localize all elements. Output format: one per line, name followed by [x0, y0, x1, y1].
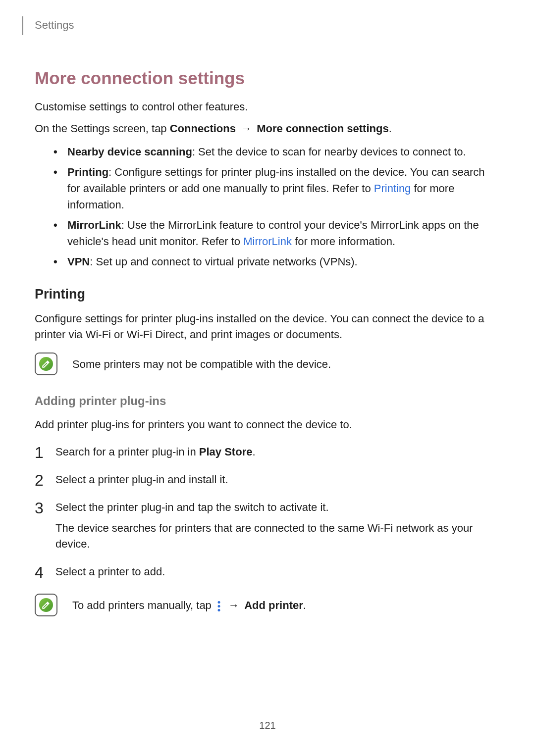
link-mirrorlink[interactable]: MirrorLink — [243, 235, 292, 248]
step-text: Select a printer plug-in and install it. — [55, 473, 228, 486]
nav-item-connections: Connections — [170, 122, 236, 135]
step-text: Select a printer to add. — [55, 565, 165, 578]
note-text: Some printers may not be compatible with… — [72, 353, 331, 372]
step-item: Search for a printer plug-in in Play Sto… — [35, 444, 500, 460]
step-text: . — [252, 446, 255, 458]
page-number: 121 — [0, 720, 535, 731]
note-block: Some printers may not be compatible with… — [35, 353, 500, 375]
feature-label: Nearby device scanning — [67, 146, 192, 158]
list-item: MirrorLink: Use the MirrorLink feature t… — [54, 217, 500, 250]
step-bold: Play Store — [199, 446, 253, 458]
feature-label: VPN — [67, 255, 90, 268]
feature-text: for more information. — [292, 235, 395, 248]
arrow-icon: → — [239, 122, 254, 135]
step-text: Search for a printer plug-in in — [55, 446, 199, 458]
page-header: Settings — [35, 19, 500, 34]
feature-list: Nearby device scanning: Set the device t… — [54, 144, 500, 270]
section-title: More connection settings — [35, 68, 500, 88]
list-item: VPN: Set up and connect to virtual priva… — [54, 253, 500, 270]
feature-label: MirrorLink — [67, 219, 121, 231]
step-item: Select the printer plug-in and tap the s… — [35, 500, 500, 552]
step-item: Select a printer plug-in and install it. — [35, 472, 500, 488]
step-sub-text: The device searches for printers that ar… — [55, 520, 500, 552]
pencil-icon — [39, 598, 53, 612]
list-item: Nearby device scanning: Set the device t… — [54, 144, 500, 160]
note-suffix: . — [303, 599, 306, 611]
add-printer-label: Add printer — [244, 599, 303, 611]
nav-suffix: . — [389, 122, 392, 135]
breadcrumb: Settings — [35, 19, 74, 31]
nav-prefix: On the Settings screen, tap — [35, 122, 170, 135]
step-text: Select the printer plug-in and tap the s… — [55, 501, 329, 513]
printing-heading: Printing — [35, 287, 500, 302]
feature-text: : Set the device to scan for nearby devi… — [192, 146, 466, 158]
note-icon — [35, 594, 57, 616]
navigation-instruction: On the Settings screen, tap Connections … — [35, 121, 500, 137]
step-item: Select a printer to add. — [35, 564, 500, 580]
feature-text: : Set up and connect to virtual private … — [90, 255, 357, 268]
printing-description: Configure settings for printer plug-ins … — [35, 311, 500, 343]
plugin-heading: Adding printer plug-ins — [35, 394, 500, 408]
steps-list: Search for a printer plug-in in Play Sto… — [35, 444, 500, 579]
more-options-icon — [215, 601, 222, 611]
note-block: To add printers manually, tap → Add prin… — [35, 594, 500, 616]
note-prefix: To add printers manually, tap — [72, 599, 214, 611]
note-text: To add printers manually, tap → Add prin… — [72, 594, 306, 613]
header-divider — [22, 16, 23, 35]
plugin-description: Add printer plug-ins for printers you wa… — [35, 417, 500, 433]
arrow-icon: → — [226, 599, 241, 611]
note-icon — [35, 353, 57, 375]
pencil-icon — [39, 357, 53, 371]
intro-paragraph: Customise settings to control other feat… — [35, 99, 500, 115]
link-printing[interactable]: Printing — [374, 182, 411, 195]
list-item: Printing: Configure settings for printer… — [54, 164, 500, 213]
feature-label: Printing — [67, 166, 108, 178]
nav-item-more-connection: More connection settings — [257, 122, 388, 135]
